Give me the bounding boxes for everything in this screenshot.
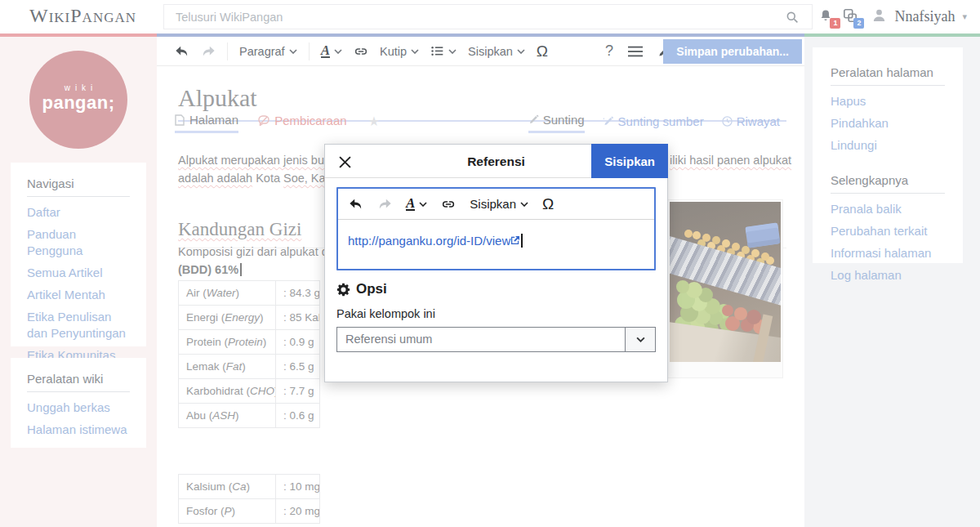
more-link[interactable]: Informasi halaman — [831, 245, 945, 261]
page-tool-link[interactable]: Hapus — [831, 93, 945, 109]
dialog-header: Referensi Sisipkan — [325, 145, 667, 178]
search-input[interactable] — [164, 5, 812, 29]
paragraph-fragment: (BDD) 61% — [178, 261, 242, 279]
text-cursor — [240, 263, 242, 276]
table-label-cell: Fosfor (P) — [179, 499, 276, 524]
paragraph-text: adalah adalah — [178, 172, 252, 185]
fruit-market-image[interactable] — [670, 202, 781, 362]
table-label-cell: Karbohidrat (CHO) — [179, 379, 276, 404]
table-value-cell: : 0.9 g — [276, 330, 320, 355]
text-style-dropdown[interactable]: A — [406, 197, 427, 211]
page-tools-links: Hapus Pindahkan Lindungi — [831, 93, 945, 154]
table-label-cell: Air (Water) — [179, 281, 276, 306]
page-tools-title: Peralatan halaman — [831, 65, 945, 86]
reference-dialog: Referensi Sisipkan A — [324, 144, 668, 382]
table-label-cell: Abu (ASH) — [179, 404, 276, 428]
tab-halaman[interactable]: Halaman — [175, 113, 238, 133]
tab-pembicaraan[interactable]: Pembicaraan — [258, 114, 346, 132]
reference-content[interactable]: http://panganku.org/id-ID/view — [338, 220, 654, 269]
more-links: Pranala balik Perubahan terkait Informas… — [831, 201, 945, 284]
table-value-cell: : 6.5 g — [276, 355, 320, 379]
special-character-icon[interactable]: Ω — [542, 195, 554, 213]
more-link[interactable]: Pranala balik — [831, 201, 945, 217]
text-style-icon: A — [321, 44, 330, 58]
user-avatar-icon[interactable] — [871, 7, 887, 26]
view-sunting-sumber[interactable]: Sunting sumber — [603, 113, 704, 133]
user-menu-chevron-icon[interactable]: ▾ — [962, 11, 967, 22]
sidebar-nav-link[interactable]: Daftar — [27, 204, 130, 221]
table-row: Protein (Protein) : 0.9 g — [179, 330, 320, 355]
options-heading: Opsi — [336, 281, 387, 297]
combobox-value[interactable]: Referensi umum — [337, 328, 625, 351]
table-label-cell: Kalsium (Ca) — [179, 475, 276, 499]
reference-group-combobox[interactable]: Referensi umum — [336, 327, 656, 352]
reference-link[interactable]: http://panganku.org/id-ID/view — [348, 234, 510, 248]
view-riwayat[interactable]: Riwayat — [722, 113, 780, 133]
messages-icon[interactable]: 2 — [843, 8, 859, 26]
paragraph-text: Alpukat merupakan jenis buah- — [178, 154, 341, 167]
combobox-chevron-button[interactable] — [625, 328, 655, 351]
section-heading-text: Kandungan Gizi — [178, 219, 301, 239]
text-style-dropdown[interactable]: A — [321, 44, 342, 58]
table-row: Karbohidrat (CHO) : 7.7 g — [179, 379, 320, 404]
sidebar-nav-link[interactable]: Semua Artikel — [27, 265, 130, 281]
cite-dropdown[interactable]: Kutip — [380, 45, 419, 58]
list-dropdown[interactable] — [430, 44, 457, 58]
gear-icon — [336, 283, 350, 297]
insert-label: Sisipkan — [468, 45, 513, 58]
reference-edit-area[interactable]: A Sisipkan Ω http://panganku.org/id-ID/v… — [336, 187, 656, 270]
table-value-cell: : 20 mg — [276, 499, 320, 524]
sidebar-nav-link[interactable]: Artikel Mentah — [27, 287, 130, 303]
paragraph-format-dropdown[interactable]: Paragraf — [239, 45, 297, 58]
notifications-bell-icon[interactable]: 1 — [819, 8, 835, 26]
redo-icon[interactable] — [201, 44, 216, 59]
sidebar-nav-link[interactable]: Etika Penulisan dan Penyuntingan — [27, 309, 130, 342]
help-icon[interactable]: ? — [605, 42, 613, 60]
insert-dropdown[interactable]: Sisipkan — [470, 197, 528, 211]
accent-strip-pink — [0, 33, 157, 37]
view-sunting[interactable]: Sunting — [528, 113, 585, 133]
table-row: Air (Water) : 84.3 g — [179, 281, 320, 306]
page-tool-link[interactable]: Pindahkan — [831, 115, 945, 132]
page-tabs: Halaman Pembicaraan ★ Sunting — [175, 113, 788, 134]
insert-dropdown[interactable]: Sisipkan — [468, 45, 525, 58]
options-title: Opsi — [356, 281, 387, 297]
minerals-table: Kalsium (Ca) : 10 mg Fosfor (P) : 20 mg — [178, 474, 320, 524]
more-link[interactable]: Log halaman — [831, 267, 945, 284]
view-riwayat-label: Riwayat — [737, 114, 780, 128]
username[interactable]: Nnafsiyah — [894, 8, 955, 25]
special-character-icon[interactable]: Ω — [537, 42, 548, 60]
text-style-icon: A — [406, 197, 415, 211]
paragraph-text: Kota — [252, 172, 283, 185]
undo-icon[interactable] — [175, 44, 189, 59]
page-tool-link[interactable]: Lindungi — [831, 137, 945, 154]
wiki-tools-card: Peralatan wiki Unggah berkas Halaman ist… — [11, 358, 146, 448]
table-row: Abu (ASH) : 0.6 g — [179, 404, 320, 428]
undo-icon[interactable] — [349, 197, 363, 212]
save-changes-button[interactable]: Simpan perubahan... — [663, 39, 802, 64]
search-icon[interactable] — [786, 11, 799, 27]
sidebar-logo[interactable]: wiki pangan; — [29, 51, 127, 149]
editor-toolbar: Paragraf A Kutip — [157, 37, 804, 66]
more-link[interactable]: Perubahan terkait — [831, 223, 945, 239]
page-options-icon[interactable] — [628, 46, 643, 57]
watch-star-icon[interactable]: ★ — [368, 114, 380, 128]
image-shape — [676, 280, 689, 293]
insert-label: Sisipkan — [470, 197, 516, 211]
tab-pembicaraan-label: Pembicaraan — [274, 114, 346, 127]
table-row: Lemak (Fat) : 6.5 g — [179, 355, 320, 379]
top-bar: WikiPangan 1 2 Nnafsiyah — [0, 0, 980, 33]
sidebar-tool-link[interactable]: Unggah berkas — [27, 400, 130, 416]
edit-pencil-icon — [528, 114, 539, 125]
sidebar-tool-link[interactable]: Halaman istimewa — [27, 422, 130, 438]
left-sidebar: wiki pangan; Navigasi Daftar Panduan Pen… — [0, 37, 157, 527]
dialog-insert-button[interactable]: Sisipkan — [591, 144, 668, 178]
link-icon[interactable] — [354, 44, 368, 59]
toolbar-separator — [227, 42, 228, 60]
sidebar-nav-link[interactable]: Panduan Pengguna — [27, 226, 130, 259]
redo-icon[interactable] — [377, 197, 392, 212]
table-value-cell: : 7.7 g — [276, 379, 320, 404]
view-links: Sunting Sunting sumber Riwayat — [528, 113, 780, 133]
site-logo[interactable]: WikiPangan — [29, 5, 136, 27]
link-icon[interactable] — [441, 197, 456, 212]
